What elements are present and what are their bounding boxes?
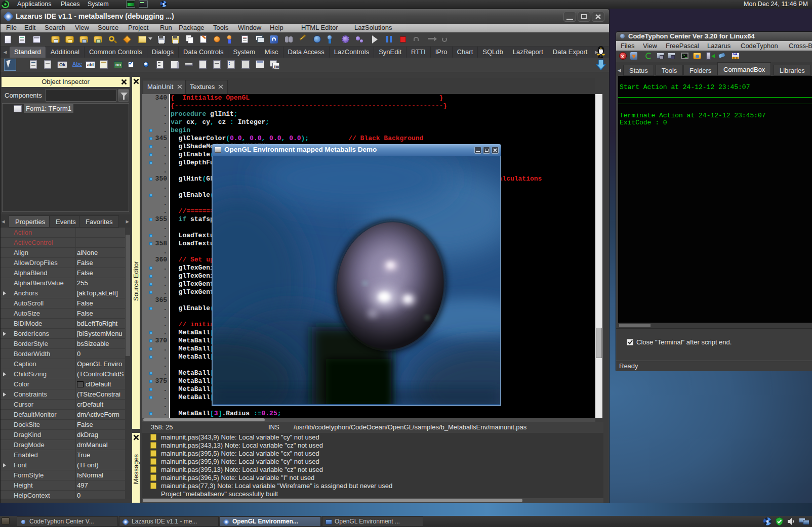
svg-text:64: 64	[598, 54, 603, 59]
